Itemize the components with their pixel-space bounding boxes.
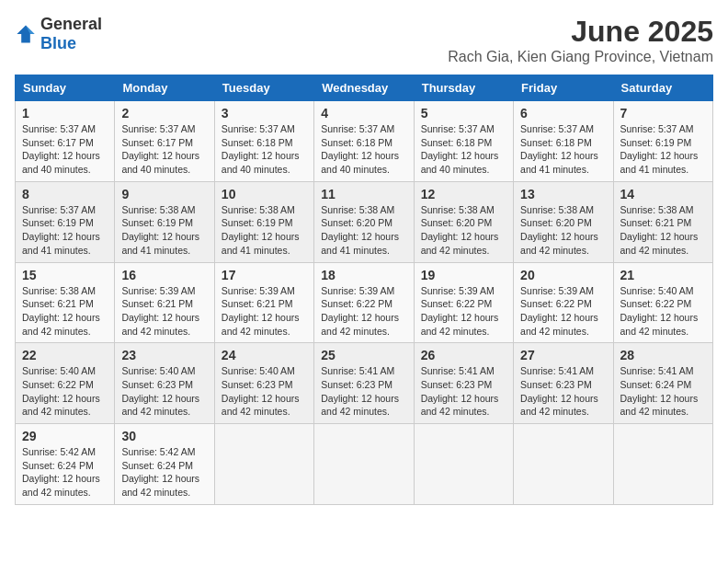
calendar-cell: 29 Sunrise: 5:42 AM Sunset: 6:24 PM Dayl… [16,424,115,505]
day-info: Sunrise: 5:38 AM Sunset: 6:20 PM Dayligh… [321,203,406,258]
calendar-cell: 30 Sunrise: 5:42 AM Sunset: 6:24 PM Dayl… [115,424,214,505]
day-info: Sunrise: 5:39 AM Sunset: 6:22 PM Dayligh… [520,284,606,339]
day-info: Sunrise: 5:40 AM Sunset: 6:23 PM Dayligh… [121,364,207,419]
day-number: 26 [421,348,506,362]
day-info: Sunrise: 5:37 AM Sunset: 6:17 PM Dayligh… [22,122,108,177]
calendar-week-1: 1 Sunrise: 5:37 AM Sunset: 6:17 PM Dayli… [16,101,713,182]
calendar-cell [613,424,712,505]
day-number: 7 [620,106,706,121]
day-number: 5 [421,106,506,121]
calendar-cell: 10 Sunrise: 5:38 AM Sunset: 6:19 PM Dayl… [214,181,313,262]
logo-general: General [40,15,102,33]
calendar-cell: 26 Sunrise: 5:41 AM Sunset: 6:23 PM Dayl… [414,343,513,424]
day-number: 3 [222,106,307,121]
calendar-cell: 14 Sunrise: 5:38 AM Sunset: 6:21 PM Dayl… [613,181,712,262]
day-number: 21 [620,268,706,282]
day-number: 30 [121,429,207,443]
calendar-week-5: 29 Sunrise: 5:42 AM Sunset: 6:24 PM Dayl… [16,424,713,505]
calendar-cell: 3 Sunrise: 5:37 AM Sunset: 6:18 PM Dayli… [214,101,313,182]
day-info: Sunrise: 5:39 AM Sunset: 6:22 PM Dayligh… [421,284,506,339]
day-number: 18 [321,268,406,282]
day-info: Sunrise: 5:37 AM Sunset: 6:19 PM Dayligh… [620,122,706,177]
day-info: Sunrise: 5:37 AM Sunset: 6:18 PM Dayligh… [520,122,606,177]
calendar-cell: 13 Sunrise: 5:38 AM Sunset: 6:20 PM Dayl… [514,181,613,262]
day-number: 9 [121,187,207,201]
day-info: Sunrise: 5:40 AM Sunset: 6:22 PM Dayligh… [22,364,108,419]
calendar-body: 1 Sunrise: 5:37 AM Sunset: 6:17 PM Dayli… [16,101,713,505]
col-saturday: Saturday [613,75,712,101]
day-number: 4 [321,106,406,121]
day-info: Sunrise: 5:40 AM Sunset: 6:22 PM Dayligh… [620,284,706,339]
title-area: June 2025 Rach Gia, Kien Giang Province,… [448,15,713,65]
calendar-week-4: 22 Sunrise: 5:40 AM Sunset: 6:22 PM Dayl… [16,343,713,424]
calendar-cell: 1 Sunrise: 5:37 AM Sunset: 6:17 PM Dayli… [16,101,115,182]
calendar-cell: 6 Sunrise: 5:37 AM Sunset: 6:18 PM Dayli… [514,101,613,182]
day-info: Sunrise: 5:38 AM Sunset: 6:20 PM Dayligh… [520,203,606,258]
calendar-cell: 22 Sunrise: 5:40 AM Sunset: 6:22 PM Dayl… [16,343,115,424]
calendar-cell: 27 Sunrise: 5:41 AM Sunset: 6:23 PM Dayl… [514,343,613,424]
calendar-cell: 9 Sunrise: 5:38 AM Sunset: 6:19 PM Dayli… [115,181,214,262]
calendar-cell [414,424,513,505]
day-number: 13 [520,187,606,201]
col-monday: Monday [115,75,214,101]
calendar-cell: 17 Sunrise: 5:39 AM Sunset: 6:21 PM Dayl… [214,262,313,343]
day-number: 6 [520,106,606,121]
calendar-cell: 8 Sunrise: 5:37 AM Sunset: 6:19 PM Dayli… [16,181,115,262]
day-number: 17 [222,268,307,282]
day-info: Sunrise: 5:38 AM Sunset: 6:20 PM Dayligh… [421,203,506,258]
day-info: Sunrise: 5:42 AM Sunset: 6:24 PM Dayligh… [22,445,108,500]
calendar-cell: 16 Sunrise: 5:39 AM Sunset: 6:21 PM Dayl… [115,262,214,343]
day-number: 22 [22,348,108,362]
calendar-cell: 4 Sunrise: 5:37 AM Sunset: 6:18 PM Dayli… [314,101,414,182]
day-info: Sunrise: 5:37 AM Sunset: 6:17 PM Dayligh… [121,122,207,177]
col-friday: Friday [514,75,613,101]
day-number: 19 [421,268,506,282]
calendar-cell: 28 Sunrise: 5:41 AM Sunset: 6:24 PM Dayl… [613,343,712,424]
day-info: Sunrise: 5:38 AM Sunset: 6:21 PM Dayligh… [22,284,108,339]
calendar-subtitle: Rach Gia, Kien Giang Province, Vietnam [448,49,713,65]
logo-blue: Blue [40,34,76,52]
calendar-cell: 20 Sunrise: 5:39 AM Sunset: 6:22 PM Dayl… [514,262,613,343]
calendar-cell: 24 Sunrise: 5:40 AM Sunset: 6:23 PM Dayl… [214,343,313,424]
col-sunday: Sunday [16,75,115,101]
day-info: Sunrise: 5:38 AM Sunset: 6:19 PM Dayligh… [121,203,207,258]
calendar-cell: 2 Sunrise: 5:37 AM Sunset: 6:17 PM Dayli… [115,101,214,182]
day-info: Sunrise: 5:39 AM Sunset: 6:22 PM Dayligh… [321,284,406,339]
col-wednesday: Wednesday [314,75,414,101]
day-info: Sunrise: 5:37 AM Sunset: 6:18 PM Dayligh… [321,122,406,177]
day-number: 1 [22,106,108,121]
calendar-cell: 25 Sunrise: 5:41 AM Sunset: 6:23 PM Dayl… [314,343,414,424]
day-number: 2 [121,106,207,121]
calendar-week-3: 15 Sunrise: 5:38 AM Sunset: 6:21 PM Dayl… [16,262,713,343]
day-number: 16 [121,268,207,282]
day-info: Sunrise: 5:41 AM Sunset: 6:23 PM Dayligh… [520,364,606,419]
day-info: Sunrise: 5:41 AM Sunset: 6:23 PM Dayligh… [321,364,406,419]
day-number: 29 [22,429,108,443]
calendar-cell: 12 Sunrise: 5:38 AM Sunset: 6:20 PM Dayl… [414,181,513,262]
day-info: Sunrise: 5:39 AM Sunset: 6:21 PM Dayligh… [121,284,207,339]
col-tuesday: Tuesday [214,75,313,101]
day-number: 27 [520,348,606,362]
day-info: Sunrise: 5:38 AM Sunset: 6:21 PM Dayligh… [620,203,706,258]
day-number: 24 [222,348,307,362]
day-info: Sunrise: 5:37 AM Sunset: 6:19 PM Dayligh… [22,203,108,258]
calendar-week-2: 8 Sunrise: 5:37 AM Sunset: 6:19 PM Dayli… [16,181,713,262]
col-thursday: Thursday [414,75,513,101]
day-number: 8 [22,187,108,201]
calendar-cell [214,424,313,505]
day-number: 28 [620,348,706,362]
day-info: Sunrise: 5:37 AM Sunset: 6:18 PM Dayligh… [222,122,307,177]
calendar-cell: 5 Sunrise: 5:37 AM Sunset: 6:18 PM Dayli… [414,101,513,182]
calendar-cell: 19 Sunrise: 5:39 AM Sunset: 6:22 PM Dayl… [414,262,513,343]
day-number: 23 [121,348,207,362]
day-number: 10 [222,187,307,201]
day-info: Sunrise: 5:42 AM Sunset: 6:24 PM Dayligh… [121,445,207,500]
day-number: 25 [321,348,406,362]
day-info: Sunrise: 5:37 AM Sunset: 6:18 PM Dayligh… [421,122,506,177]
calendar-cell [314,424,414,505]
day-info: Sunrise: 5:41 AM Sunset: 6:24 PM Dayligh… [620,364,706,419]
day-info: Sunrise: 5:40 AM Sunset: 6:23 PM Dayligh… [222,364,307,419]
calendar-cell: 23 Sunrise: 5:40 AM Sunset: 6:23 PM Dayl… [115,343,214,424]
day-number: 15 [22,268,108,282]
calendar-title: June 2025 [448,15,713,49]
